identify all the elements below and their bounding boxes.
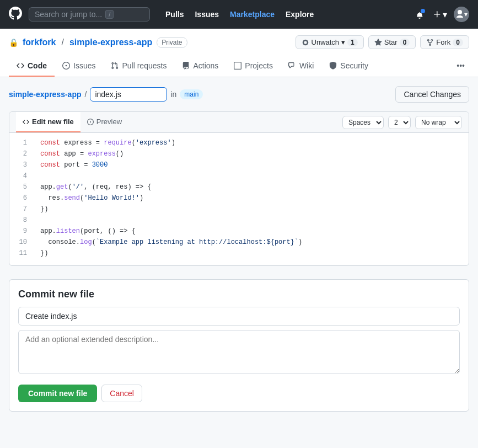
repo-org-link[interactable]: forkfork: [23, 38, 56, 47]
commit-section: Commit new file Commit new file Cancel: [9, 279, 469, 412]
main-content: simple-express-app / in main Cancel Chan…: [0, 77, 478, 420]
in-label: in: [170, 90, 176, 99]
tab-code-label: Code: [28, 61, 47, 70]
top-nav: Search or jump to... / Pulls Issues Mark…: [0, 0, 478, 29]
code-line-7: }): [40, 204, 462, 215]
commit-cancel-button[interactable]: Cancel: [101, 385, 142, 402]
notification-dot: [421, 9, 425, 13]
notification-bell[interactable]: [413, 8, 426, 21]
code-line-3: const port = 3000: [40, 159, 462, 170]
nav-pulls[interactable]: Pulls: [161, 7, 188, 22]
nav-links: Pulls Issues Marketplace Explore: [161, 7, 318, 22]
spaces-select[interactable]: Spaces Tabs: [342, 116, 384, 129]
tab-actions[interactable]: Actions: [174, 56, 226, 77]
code-line-9: app.listen(port, () => {: [40, 226, 462, 237]
fork-label: Fork: [436, 38, 450, 46]
repo-actions: Unwatch ▾ 1 Star 0 Fork 0: [296, 35, 469, 49]
tab-issues[interactable]: Issues: [55, 56, 103, 77]
file-header-row: simple-express-app / in main Cancel Chan…: [9, 86, 469, 103]
tab-issues-label: Issues: [73, 61, 95, 70]
breadcrumb-repo-link[interactable]: simple-express-app: [9, 90, 82, 99]
tab-security-label: Security: [340, 61, 368, 70]
fork-button[interactable]: Fork 0: [420, 35, 469, 49]
tab-pull-requests[interactable]: Pull requests: [103, 56, 174, 77]
preview-tab[interactable]: Preview: [80, 112, 128, 132]
commit-description-textarea[interactable]: [18, 330, 460, 374]
cancel-changes-button[interactable]: Cancel Changes: [395, 86, 469, 103]
code-line-1: const express = require('express'): [40, 137, 462, 148]
tab-security[interactable]: Security: [321, 56, 376, 77]
star-count: 0: [400, 39, 410, 46]
commit-message-input[interactable]: [18, 307, 460, 326]
commit-new-file-button[interactable]: Commit new file: [18, 385, 97, 402]
repo-title-row: 🔒 forkfork / simple-express-app Private …: [9, 35, 469, 49]
star-label: Star: [384, 38, 398, 46]
tab-projects-label: Projects: [245, 61, 273, 70]
search-bar[interactable]: Search or jump to... /: [29, 7, 150, 22]
breadcrumb-separator: /: [85, 90, 87, 99]
private-badge: Private: [157, 37, 187, 48]
github-logo[interactable]: [9, 7, 22, 23]
star-button[interactable]: Star 0: [368, 35, 416, 49]
code-line-11: }): [40, 248, 462, 259]
commit-buttons: Commit new file Cancel: [18, 385, 460, 402]
filename-input[interactable]: [90, 87, 167, 102]
lock-icon: 🔒: [9, 38, 18, 47]
fork-count: 0: [453, 39, 463, 46]
tab-actions-label: Actions: [193, 61, 218, 70]
indent-select[interactable]: 2 4: [388, 116, 411, 129]
nav-issues[interactable]: Issues: [190, 7, 223, 22]
tab-wiki[interactable]: Wiki: [281, 56, 321, 77]
repo-header: 🔒 forkfork / simple-express-app Private …: [0, 29, 478, 77]
tab-pr-label: Pull requests: [122, 61, 167, 70]
nav-explore[interactable]: Explore: [281, 7, 318, 22]
branch-badge: main: [180, 89, 203, 99]
code-line-2: const app = express(): [40, 148, 462, 159]
tab-code[interactable]: Code: [9, 56, 55, 77]
repo-name-link[interactable]: simple-express-app: [69, 38, 152, 47]
nav-icons: ▾ ▾: [413, 7, 469, 22]
code-line-6: res.send('Hello World!'): [40, 193, 462, 204]
line-numbers: 1234 5678 91011: [9, 137, 34, 261]
more-tabs-button[interactable]: •••: [452, 56, 469, 77]
code-area[interactable]: 1234 5678 91011 const express = require(…: [9, 133, 469, 265]
edit-tab-label: Edit new file: [32, 118, 74, 126]
unwatch-count: 1: [347, 39, 358, 46]
avatar[interactable]: ▾: [454, 7, 469, 22]
breadcrumb: simple-express-app / in main: [9, 87, 203, 102]
bell-button[interactable]: [413, 8, 426, 21]
code-line-10: console.log(`Example app listening at ht…: [40, 237, 462, 248]
search-placeholder: Search or jump to...: [35, 10, 102, 19]
unwatch-label: Unwatch: [311, 38, 340, 46]
commit-title: Commit new file: [18, 289, 460, 300]
editor-tabs-row: Edit new file Preview Spaces Tabs 2 4 No…: [9, 112, 469, 133]
plus-button[interactable]: ▾: [431, 7, 449, 22]
editor-box: Edit new file Preview Spaces Tabs 2 4 No…: [9, 111, 469, 266]
edit-tab[interactable]: Edit new file: [16, 112, 80, 132]
tab-projects[interactable]: Projects: [226, 56, 281, 77]
slash-badge: /: [105, 10, 114, 19]
repo-tabs: Code Issues Pull requests Actions Projec…: [9, 56, 469, 77]
code-content[interactable]: const express = require('express') const…: [34, 137, 469, 261]
unwatch-button[interactable]: Unwatch ▾ 1: [296, 35, 364, 49]
preview-tab-label: Preview: [96, 118, 122, 126]
nav-marketplace[interactable]: Marketplace: [225, 7, 279, 22]
editor-controls: Spaces Tabs 2 4 No wrap Soft wrap: [342, 116, 462, 129]
code-line-4: [40, 170, 462, 182]
wrap-select[interactable]: No wrap Soft wrap: [415, 116, 462, 129]
tab-wiki-label: Wiki: [299, 61, 314, 70]
code-line-8: [40, 215, 462, 226]
repo-separator: /: [61, 38, 63, 47]
code-line-5: app.get('/', (req, res) => {: [40, 182, 462, 193]
